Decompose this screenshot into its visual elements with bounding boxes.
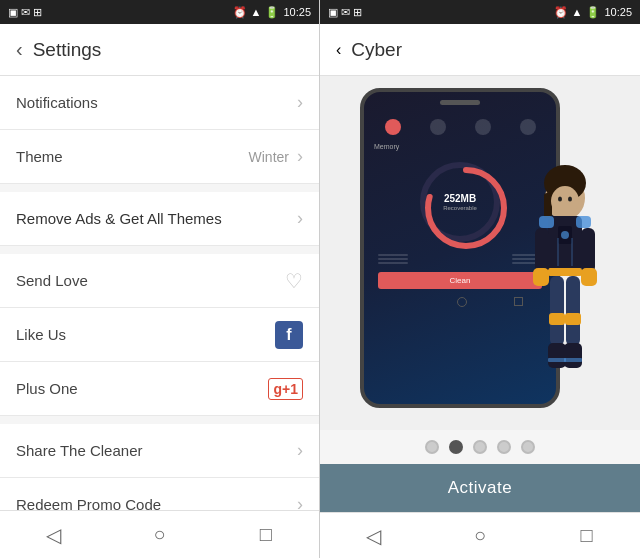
menu-item-plus-one[interactable]: Plus One g+1 (0, 362, 319, 416)
svg-rect-20 (565, 313, 581, 325)
svg-rect-12 (548, 268, 582, 276)
theme-dot-5[interactable] (521, 440, 535, 454)
phone-icon-3 (475, 119, 491, 135)
left-status-left-icons: ▣ ✉ ⊞ (8, 6, 42, 19)
share-cleaner-right: › (297, 440, 303, 461)
svg-rect-16 (581, 268, 597, 286)
back-nav-button[interactable]: ◁ (23, 511, 83, 558)
left-status-bar: ▣ ✉ ⊞ ⏰ ▲ 🔋 10:25 (0, 0, 319, 24)
left-time: 10:25 (283, 6, 311, 18)
right-battery-icon: 🔋 (586, 6, 600, 19)
recent-nav-button[interactable]: □ (236, 511, 296, 558)
like-us-right: f (275, 321, 303, 349)
phone-icon-2 (430, 119, 446, 135)
svg-rect-9 (576, 216, 591, 228)
menu-item-redeem[interactable]: Redeem Promo Code › (0, 478, 319, 510)
menu-item-theme[interactable]: Theme Winter › (0, 130, 319, 184)
battery-icon: 🔋 (265, 6, 279, 19)
svg-rect-18 (566, 276, 580, 346)
character-svg (510, 138, 620, 418)
menu-item-send-love[interactable]: Send Love ♡ (0, 254, 319, 308)
right-bottom-nav: ◁ ○ □ (320, 512, 640, 558)
google-plus-icon: g+1 (268, 378, 303, 400)
alarm-icon: ⏰ (233, 6, 247, 19)
share-cleaner-chevron-icon: › (297, 440, 303, 461)
svg-rect-3 (544, 193, 552, 218)
left-status-right-icons: ⏰ ▲ 🔋 10:25 (233, 6, 311, 19)
svg-rect-8 (539, 216, 554, 228)
right-alarm-icon: ⏰ (554, 6, 568, 19)
right-back-nav-button[interactable]: ◁ (343, 513, 403, 558)
theme-right: Winter › (249, 146, 303, 167)
svg-point-0 (428, 170, 504, 246)
left-panel: ▣ ✉ ⊞ ⏰ ▲ 🔋 10:25 ‹ Settings Notificatio… (0, 0, 320, 558)
svg-rect-21 (548, 343, 566, 368)
svg-rect-19 (549, 313, 565, 325)
phone-icon-4 (520, 119, 536, 135)
back-button[interactable]: ‹ (16, 38, 23, 61)
right-main: Memory 252MB Recoverable (320, 76, 640, 558)
cyber-header: ‹ Cyber (320, 24, 640, 76)
activate-button[interactable]: Activate (320, 464, 640, 512)
svg-point-11 (561, 231, 569, 239)
send-love-right: ♡ (285, 269, 303, 293)
svg-rect-17 (550, 276, 564, 346)
right-home-nav-button[interactable]: ○ (450, 513, 510, 558)
settings-menu-list: Notifications › Theme Winter › Remove Ad… (0, 76, 319, 510)
menu-item-like-us[interactable]: Like Us f (0, 308, 319, 362)
svg-point-4 (551, 186, 579, 216)
theme-dots-row (320, 430, 640, 464)
right-panel: ▣ ✉ ⊞ ⏰ ▲ 🔋 10:25 ‹ Cyber (320, 0, 640, 558)
theme-dot-1[interactable] (425, 440, 439, 454)
phone-top-bar (370, 115, 550, 139)
left-status-app-icons: ▣ ✉ ⊞ (8, 6, 42, 19)
settings-title: Settings (33, 39, 102, 61)
menu-item-share-cleaner[interactable]: Share The Cleaner › (0, 424, 319, 478)
cyber-character (510, 138, 620, 418)
right-status-left-icons: ▣ ✉ ⊞ (328, 6, 362, 19)
svg-point-6 (568, 197, 572, 202)
svg-rect-15 (533, 268, 549, 286)
right-status-right-icons: ⏰ ▲ 🔋 10:25 (554, 6, 632, 19)
theme-dot-3[interactable] (473, 440, 487, 454)
theme-preview-area: Memory 252MB Recoverable (320, 76, 640, 430)
menu-item-notifications[interactable]: Notifications › (0, 76, 319, 130)
svg-rect-22 (564, 343, 582, 368)
cyber-back-button[interactable]: ‹ (336, 41, 341, 59)
home-nav-button[interactable]: ○ (129, 511, 189, 558)
settings-header: ‹ Settings (0, 24, 319, 76)
phone-wrapper: Memory 252MB Recoverable (360, 88, 600, 418)
menu-item-remove-ads[interactable]: Remove Ads & Get All Themes › (0, 192, 319, 246)
right-time: 10:25 (604, 6, 632, 18)
circle-progress-svg (420, 162, 512, 254)
theme-dot-4[interactable] (497, 440, 511, 454)
signal-icon: ▲ (251, 6, 262, 18)
remove-ads-chevron-icon: › (297, 208, 303, 229)
redeem-right: › (297, 494, 303, 510)
stat-line-1 (378, 254, 408, 256)
cyber-title: Cyber (351, 39, 402, 61)
stat-line-3 (378, 262, 408, 264)
remove-ads-right: › (297, 208, 303, 229)
right-signal-icon: ▲ (572, 6, 583, 18)
right-status-bar: ▣ ✉ ⊞ ⏰ ▲ 🔋 10:25 (320, 0, 640, 24)
facebook-icon: f (275, 321, 303, 349)
theme-dot-2[interactable] (449, 440, 463, 454)
svg-point-5 (558, 197, 562, 202)
phone-home-nav (457, 297, 467, 307)
left-bottom-nav: ◁ ○ □ (0, 510, 319, 558)
right-recent-nav-button[interactable]: □ (557, 513, 617, 558)
svg-rect-13 (535, 228, 549, 273)
notifications-chevron-icon: › (297, 92, 303, 113)
redeem-chevron-icon: › (297, 494, 303, 510)
svg-rect-24 (564, 358, 582, 362)
svg-rect-23 (548, 358, 566, 362)
theme-chevron-icon: › (297, 146, 303, 167)
stat-line-2 (378, 258, 408, 260)
phone-icon-1 (385, 119, 401, 135)
phone-speaker (440, 100, 480, 105)
memory-circle: 252MB Recoverable (420, 162, 500, 242)
stat-col-left (378, 254, 408, 264)
right-status-app-icons: ▣ ✉ ⊞ (328, 6, 362, 19)
notifications-right: › (297, 92, 303, 113)
